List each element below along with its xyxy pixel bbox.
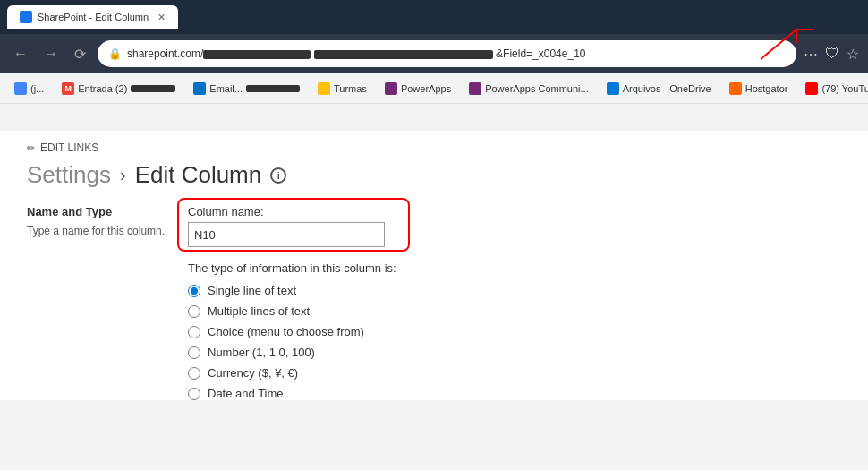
column-type-radio-group: Single line of text Multiple lines of te… [188, 284, 841, 400]
radio-choice-input[interactable] [188, 326, 200, 338]
page-title: Edit Column [135, 161, 262, 189]
page-top-gap [0, 104, 868, 131]
bookmark-powerapps[interactable]: PowerApps [378, 80, 458, 98]
radio-datetime-label: Date and Time [208, 387, 284, 400]
bookmark-gmail-label: Entrada (2) [78, 83, 127, 94]
bookmark-powerapps-icon [385, 82, 397, 95]
sharepoint-page: ✏ EDIT LINKS Settings › Edit Column i Na… [0, 131, 868, 400]
edit-links-label: EDIT LINKS [40, 141, 98, 154]
radio-currency-input[interactable] [188, 367, 200, 380]
browser-titlebar: SharePoint - Edit Column ✕ [0, 0, 868, 34]
bookmark-j-label: (j... [30, 83, 44, 94]
breadcrumb-chevron: › [120, 165, 126, 185]
redacted-2 [246, 85, 300, 92]
browser-addressbar: ← → ⟳ 🔒 sharepoint.com/ &Field=_x004e_10… [0, 34, 868, 73]
bookmark-email-icon [193, 82, 206, 95]
extensions-icon[interactable]: 🛡 [825, 46, 839, 62]
radio-multiple-lines-label: Multiple lines of text [208, 304, 310, 318]
tab-title: SharePoint - Edit Column [38, 12, 149, 22]
bookmark-powerapps-communi-icon [469, 82, 481, 95]
radio-single-line-label: Single line of text [208, 284, 296, 297]
bookmark-youtube-icon [805, 82, 818, 95]
redacted-1 [131, 85, 175, 92]
type-info-label: The type of information in this column i… [188, 261, 841, 275]
radio-single-line[interactable]: Single line of text [188, 284, 841, 297]
annotation-arrow [743, 25, 814, 70]
bookmark-turmas-icon [318, 82, 330, 95]
bookmark-turmas-label: Turmas [334, 83, 367, 94]
address-bar[interactable]: 🔒 sharepoint.com/ &Field=_x004e_10 [98, 40, 796, 67]
url-text: sharepoint.com/ &Field=_x004e_10 [127, 47, 786, 60]
radio-multiple-lines-input[interactable] [188, 305, 200, 318]
breadcrumb-settings: Settings [27, 161, 111, 189]
browser-tab[interactable]: SharePoint - Edit Column ✕ [7, 5, 178, 29]
right-column: Column name: The type of information in … [188, 205, 841, 400]
info-icon[interactable]: i [270, 167, 286, 184]
radio-datetime[interactable]: Date and Time [188, 387, 841, 400]
bookmark-turmas[interactable]: Turmas [311, 80, 374, 98]
bookmark-onedrive[interactable]: Arquivos - OneDrive [600, 80, 719, 98]
radio-currency-label: Currency ($, ¥, €) [208, 366, 298, 380]
bookmark-hostgator-label: Hostgator [745, 83, 788, 94]
section-description: Type a name for this column. [27, 224, 170, 239]
bookmark-j-icon [14, 82, 27, 95]
reload-button[interactable]: ⟳ [70, 44, 90, 64]
bookmark-powerapps-label: PowerApps [401, 83, 451, 94]
star-icon[interactable]: ☆ [847, 46, 859, 63]
bookmark-onedrive-label: Arquivos - OneDrive [623, 83, 711, 94]
radio-multiple-lines[interactable]: Multiple lines of text [188, 304, 841, 318]
radio-single-line-input[interactable] [188, 285, 200, 297]
radio-datetime-input[interactable] [188, 388, 200, 400]
radio-currency[interactable]: Currency ($, ¥, €) [188, 366, 841, 380]
bookmark-onedrive-icon [607, 82, 619, 95]
bookmarks-bar: (j... M Entrada (2) Email... Turmas Powe… [0, 73, 868, 104]
page-heading: Settings › Edit Column i [27, 161, 841, 189]
bookmark-powerapps-communi[interactable]: PowerApps Communi... [462, 80, 596, 98]
radio-number-label: Number (1, 1.0, 100) [208, 346, 315, 359]
bookmark-hostgator-icon [729, 82, 742, 95]
radio-choice-label: Choice (menu to choose from) [208, 325, 364, 338]
pencil-icon: ✏ [27, 142, 35, 154]
bookmark-email[interactable]: Email... [186, 80, 307, 98]
bookmark-email-label: Email... [209, 83, 243, 94]
column-name-input[interactable] [188, 222, 385, 247]
svg-line-0 [761, 30, 796, 59]
bookmark-youtube[interactable]: (79) YouTu... [798, 80, 868, 98]
column-name-label: Column name: [188, 205, 841, 218]
content-area: Name and Type Type a name for this colum… [27, 205, 841, 400]
radio-number-input[interactable] [188, 346, 200, 359]
left-column: Name and Type Type a name for this colum… [27, 205, 188, 400]
bookmark-youtube-label: (79) YouTu... [821, 83, 868, 94]
edit-links-bar[interactable]: ✏ EDIT LINKS [27, 131, 841, 161]
bookmark-powerapps-communi-label: PowerApps Communi... [485, 83, 589, 94]
tab-favicon [20, 11, 32, 23]
section-title: Name and Type [27, 205, 170, 218]
bookmark-gmail-icon: M [62, 82, 74, 95]
bookmark-hostgator[interactable]: Hostgator [722, 80, 796, 98]
radio-number[interactable]: Number (1, 1.0, 100) [188, 346, 841, 359]
back-button[interactable]: ← [9, 44, 32, 64]
bookmark-j[interactable]: (j... [7, 80, 51, 98]
column-name-group: Column name: [188, 205, 841, 247]
radio-choice[interactable]: Choice (menu to choose from) [188, 325, 841, 338]
tab-close-button[interactable]: ✕ [157, 12, 166, 23]
lock-icon: 🔒 [108, 47, 122, 60]
bookmark-gmail[interactable]: M Entrada (2) [55, 80, 183, 98]
forward-button[interactable]: → [39, 44, 63, 64]
